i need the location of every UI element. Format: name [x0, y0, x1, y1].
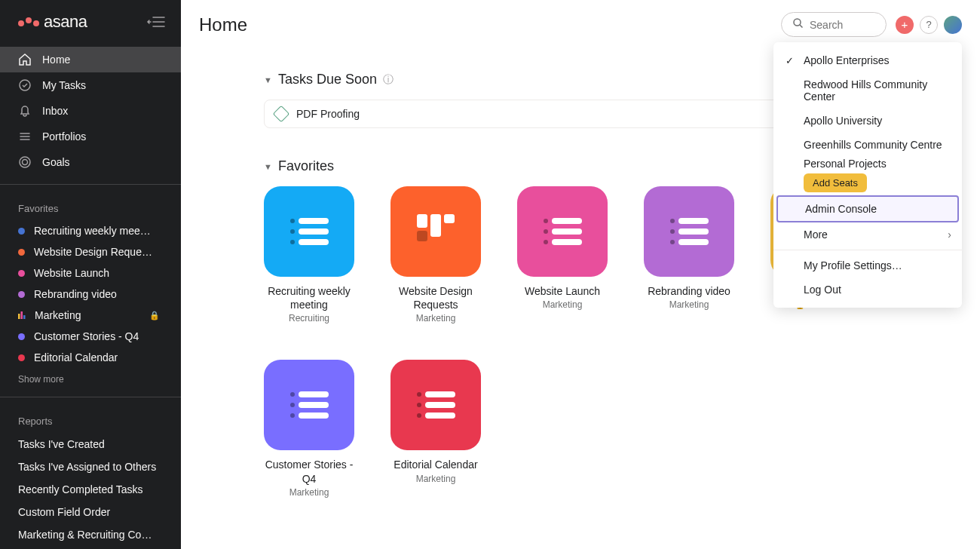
dot-icon — [18, 291, 25, 298]
project-name: Website Launch — [525, 284, 600, 298]
svg-rect-25 — [552, 218, 582, 224]
workspace-item[interactable]: Personal Projects — [773, 157, 962, 170]
project-card[interactable]: Editorial CalendarMarketing — [390, 360, 481, 497]
svg-point-48 — [417, 392, 421, 397]
divider — [773, 250, 962, 250]
favorite-item[interactable]: Recruiting weekly mee… — [0, 220, 181, 241]
add-button[interactable]: + — [896, 16, 914, 34]
favorite-item[interactable]: Website Design Reque… — [0, 241, 181, 262]
project-tile — [390, 360, 481, 450]
logo-text: asana — [44, 12, 87, 32]
task-name: PDF Proofing — [296, 108, 801, 120]
collapse-sidebar-button[interactable] — [146, 15, 166, 29]
project-name: Rebranding video — [648, 284, 730, 298]
check-circle-icon — [18, 78, 32, 92]
svg-point-50 — [417, 403, 421, 407]
nav-my-tasks[interactable]: My Tasks — [0, 72, 181, 98]
nav-inbox[interactable]: Inbox — [0, 98, 181, 124]
report-item[interactable]: Tasks I've Assigned to Others — [0, 455, 181, 478]
page-title: Home — [199, 14, 247, 35]
chevron-right-icon: › — [948, 228, 951, 241]
project-card[interactable]: Customer Stories - Q4Marketing — [264, 360, 354, 497]
workspace-item[interactable]: Apollo Enterprises — [773, 48, 962, 72]
svg-point-14 — [290, 219, 295, 223]
more-item[interactable]: More › — [773, 222, 962, 247]
dot-icon — [18, 249, 25, 256]
user-menu-dropdown: Apollo Enterprises Redwood Hills Communi… — [773, 42, 962, 308]
add-seats-row: Add Seats — [804, 173, 948, 192]
project-card[interactable]: Recruiting weekly meetingRecruiting — [264, 186, 354, 324]
svg-rect-22 — [444, 214, 455, 223]
project-sub: Marketing — [416, 313, 456, 324]
topbar-actions: + ? — [896, 16, 962, 34]
svg-point-8 — [23, 160, 28, 165]
favorite-item[interactable]: Editorial Calendar — [0, 347, 181, 368]
svg-rect-21 — [430, 214, 441, 237]
svg-rect-35 — [678, 239, 709, 245]
search-icon — [792, 17, 804, 32]
workspace-item[interactable]: Greenhills Community Centre — [773, 133, 962, 157]
nav-home[interactable]: Home — [0, 47, 181, 72]
lock-icon: 🔒 — [149, 311, 163, 321]
svg-rect-47 — [299, 413, 329, 419]
report-item[interactable]: Marketing & Recruiting Co… — [0, 523, 181, 546]
svg-rect-17 — [299, 228, 329, 235]
section-title: Favorites — [278, 158, 334, 174]
project-sub: Recruiting — [289, 313, 329, 324]
project-card[interactable]: Rebranding videoMarketing — [644, 186, 734, 324]
project-tile — [644, 186, 734, 277]
target-icon — [18, 155, 32, 169]
show-more-button[interactable]: Show more — [0, 368, 181, 391]
svg-line-13 — [800, 25, 803, 28]
svg-point-32 — [670, 229, 675, 234]
admin-console-item[interactable]: Admin Console — [776, 195, 959, 222]
svg-point-18 — [290, 240, 295, 244]
svg-rect-9 — [18, 314, 20, 319]
caret-down-icon: ▼ — [264, 162, 272, 171]
divider — [0, 397, 181, 397]
svg-point-24 — [544, 219, 548, 223]
svg-point-44 — [290, 403, 295, 407]
workspace-item[interactable]: Apollo University — [773, 109, 962, 133]
project-card[interactable]: Website Design RequestsMarketing — [390, 186, 481, 324]
svg-point-52 — [417, 413, 421, 418]
favorite-item[interactable]: Customer Stories - Q4 — [0, 326, 181, 347]
sidebar-header: asana — [0, 0, 181, 44]
avatar[interactable] — [944, 16, 962, 34]
svg-rect-23 — [417, 231, 427, 241]
logo-icon — [18, 17, 39, 26]
svg-point-30 — [670, 219, 675, 223]
search-box[interactable] — [781, 12, 887, 37]
svg-rect-11 — [23, 315, 26, 319]
nav-goals[interactable]: Goals — [0, 149, 181, 175]
favorite-item[interactable]: Rebranding video — [0, 284, 181, 305]
logo[interactable]: asana — [18, 12, 87, 32]
svg-point-16 — [290, 229, 295, 234]
log-out-item[interactable]: Log Out — [773, 278, 962, 302]
report-item[interactable]: Custom Field Order — [0, 501, 181, 523]
search-input[interactable] — [810, 19, 870, 31]
help-button[interactable]: ? — [920, 16, 938, 34]
info-icon[interactable]: ⓘ — [383, 73, 394, 87]
project-tile — [390, 186, 481, 277]
svg-point-42 — [290, 392, 295, 397]
project-sub: Marketing — [669, 299, 709, 310]
project-tile — [264, 186, 354, 277]
add-seats-button[interactable]: Add Seats — [804, 173, 867, 192]
workspace-item[interactable]: Redwood Hills Community Center — [773, 72, 962, 109]
svg-rect-31 — [678, 218, 709, 224]
project-name: Customer Stories - Q4 — [264, 458, 354, 485]
report-item[interactable]: Recently Completed Tasks — [0, 478, 181, 501]
nav-portfolios[interactable]: Portfolios — [0, 124, 181, 149]
primary-nav: Home My Tasks Inbox Portfolios Goals — [0, 44, 181, 178]
favorite-item[interactable]: Marketing 🔒 — [0, 305, 181, 326]
report-item[interactable]: Tasks I've Created — [0, 433, 181, 455]
profile-settings-item[interactable]: My Profile Settings… — [773, 253, 962, 278]
favorites-list: Recruiting weekly mee… Website Design Re… — [0, 220, 181, 368]
svg-rect-19 — [299, 239, 329, 245]
task-complete-icon[interactable] — [273, 106, 290, 123]
project-card[interactable]: Website LaunchMarketing — [517, 186, 608, 324]
svg-point-26 — [544, 229, 548, 234]
dot-icon — [18, 228, 25, 235]
favorite-item[interactable]: Website Launch — [0, 262, 181, 284]
